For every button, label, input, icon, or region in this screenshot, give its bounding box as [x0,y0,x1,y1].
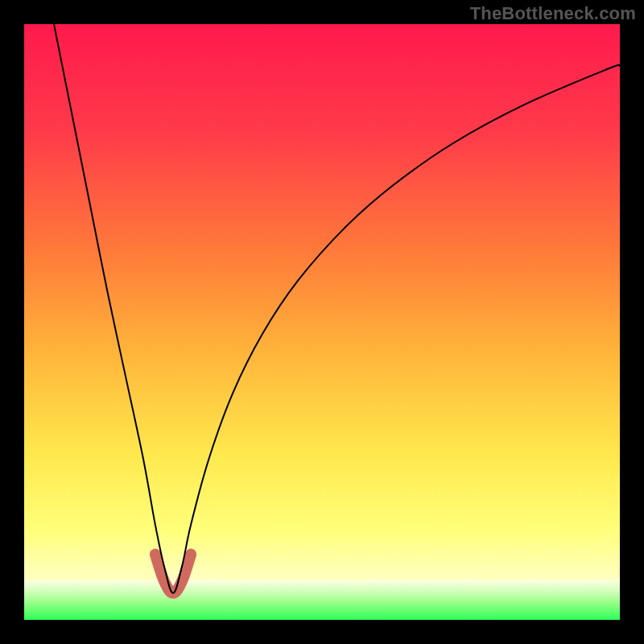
plot-area [24,24,620,620]
bottleneck-curve [54,24,620,593]
chart-frame: TheBottleneck.com [0,0,644,644]
curve-accent-segment [155,555,191,593]
watermark-text: TheBottleneck.com [470,3,636,24]
curve-layer [24,24,620,620]
